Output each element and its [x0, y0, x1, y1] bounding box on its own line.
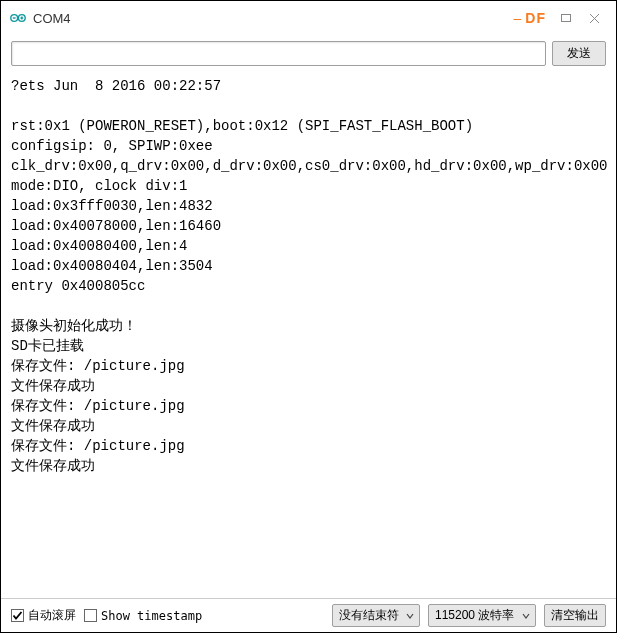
serial-output[interactable]: ?ets Jun 8 2016 00:22:57 rst:0x1 (POWERO… [1, 72, 616, 598]
timestamp-label: Show timestamp [101, 609, 202, 623]
clear-output-button[interactable]: 清空输出 [544, 604, 606, 627]
maximize-button[interactable] [552, 7, 580, 29]
serial-monitor-window: COM4 – DF 发送 ?ets Jun 8 2016 00:22:57 rs… [0, 0, 617, 633]
titlebar: COM4 – DF [1, 1, 616, 35]
bottom-bar: 自动滚屏 Show timestamp 没有结束符 115200 波特率 清空输… [1, 598, 616, 632]
window-title: COM4 [33, 11, 71, 26]
line-ending-select[interactable]: 没有结束符 [332, 604, 420, 627]
arduino-icon [9, 9, 27, 27]
send-button[interactable]: 发送 [552, 41, 606, 66]
autoscroll-checkbox[interactable]: 自动滚屏 [11, 607, 76, 624]
svg-rect-5 [562, 15, 571, 22]
line-ending-value: 没有结束符 [339, 607, 399, 624]
checkbox-box-icon [84, 609, 97, 622]
timestamp-checkbox[interactable]: Show timestamp [84, 609, 202, 623]
chevron-down-icon [406, 609, 414, 623]
autoscroll-label: 自动滚屏 [28, 607, 76, 624]
send-bar: 发送 [1, 35, 616, 72]
serial-input[interactable] [11, 41, 546, 66]
baud-rate-value: 115200 波特率 [435, 607, 514, 624]
brand-label: DF [525, 10, 546, 26]
chevron-down-icon [522, 609, 530, 623]
close-button[interactable] [580, 7, 608, 29]
checkbox-box-icon [11, 609, 24, 622]
brand-dash: – [514, 10, 522, 26]
baud-rate-select[interactable]: 115200 波特率 [428, 604, 536, 627]
